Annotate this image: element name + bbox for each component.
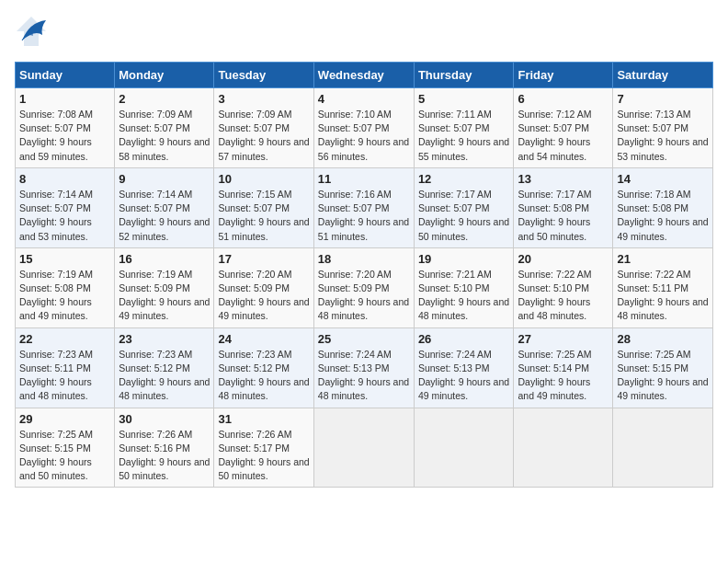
day-detail: Sunrise: 7:16 AM Sunset: 5:07 PM Dayligh… xyxy=(318,188,410,244)
calendar-day-cell: 5 Sunrise: 7:11 AM Sunset: 5:07 PM Dayli… xyxy=(414,88,514,168)
daylight-label: Daylight: 9 hours and 53 minutes. xyxy=(19,216,92,241)
day-detail: Sunrise: 7:21 AM Sunset: 5:10 PM Dayligh… xyxy=(418,268,510,324)
day-number: 28 xyxy=(617,332,709,346)
calendar-week-row: 29 Sunrise: 7:25 AM Sunset: 5:15 PM Dayl… xyxy=(16,408,713,488)
sunrise-label: Sunrise: 7:09 AM xyxy=(218,109,291,120)
page-header xyxy=(15,15,713,52)
daylight-label: Daylight: 9 hours and 50 minutes. xyxy=(119,456,210,481)
sunset-label: Sunset: 5:07 PM xyxy=(518,122,589,133)
day-number: 11 xyxy=(318,172,410,186)
day-detail: Sunrise: 7:24 AM Sunset: 5:13 PM Dayligh… xyxy=(318,348,410,404)
day-detail: Sunrise: 7:13 AM Sunset: 5:07 PM Dayligh… xyxy=(617,108,709,164)
calendar-header-row: SundayMondayTuesdayWednesdayThursdayFrid… xyxy=(16,63,713,88)
calendar-day-cell: 13 Sunrise: 7:17 AM Sunset: 5:08 PM Dayl… xyxy=(514,167,613,247)
logo xyxy=(15,15,51,52)
day-number: 3 xyxy=(218,92,309,106)
daylight-label: Daylight: 9 hours and 50 minutes. xyxy=(518,216,590,241)
sunset-label: Sunset: 5:07 PM xyxy=(218,122,290,133)
sunrise-label: Sunrise: 7:20 AM xyxy=(318,269,392,280)
day-detail: Sunrise: 7:22 AM Sunset: 5:10 PM Dayligh… xyxy=(518,268,609,324)
calendar-day-cell: 18 Sunrise: 7:20 AM Sunset: 5:09 PM Dayl… xyxy=(313,247,414,327)
sunset-label: Sunset: 5:10 PM xyxy=(518,282,589,293)
day-number: 14 xyxy=(617,172,709,186)
sunrise-label: Sunrise: 7:10 AM xyxy=(318,109,392,120)
sunset-label: Sunset: 5:13 PM xyxy=(318,362,390,373)
daylight-label: Daylight: 9 hours and 49 minutes. xyxy=(218,296,309,321)
calendar-table: SundayMondayTuesdayWednesdayThursdayFrid… xyxy=(15,62,713,488)
weekday-header-wednesday: Wednesday xyxy=(313,63,414,88)
daylight-label: Daylight: 9 hours and 54 minutes. xyxy=(518,136,590,161)
day-number: 19 xyxy=(418,252,510,266)
calendar-day-cell: 4 Sunrise: 7:10 AM Sunset: 5:07 PM Dayli… xyxy=(313,88,414,168)
sunrise-label: Sunrise: 7:17 AM xyxy=(518,189,591,200)
day-number: 6 xyxy=(518,92,609,106)
sunset-label: Sunset: 5:16 PM xyxy=(119,442,190,454)
day-detail: Sunrise: 7:10 AM Sunset: 5:07 PM Dayligh… xyxy=(318,108,410,164)
daylight-label: Daylight: 9 hours and 50 minutes. xyxy=(218,456,309,481)
sunset-label: Sunset: 5:12 PM xyxy=(218,362,290,373)
day-number: 16 xyxy=(119,252,210,266)
calendar-day-cell: 26 Sunrise: 7:24 AM Sunset: 5:13 PM Dayl… xyxy=(414,327,514,408)
daylight-label: Daylight: 9 hours and 48 minutes. xyxy=(418,296,509,321)
sunset-label: Sunset: 5:15 PM xyxy=(617,362,688,373)
daylight-label: Daylight: 9 hours and 48 minutes. xyxy=(19,376,92,401)
day-number: 15 xyxy=(19,252,110,266)
day-number: 17 xyxy=(218,252,309,266)
sunset-label: Sunset: 5:09 PM xyxy=(119,282,190,293)
day-number: 2 xyxy=(119,92,210,106)
sunrise-label: Sunrise: 7:20 AM xyxy=(218,269,291,280)
day-number: 25 xyxy=(318,332,410,346)
daylight-label: Daylight: 9 hours and 59 minutes. xyxy=(19,136,92,161)
calendar-day-cell: 2 Sunrise: 7:09 AM Sunset: 5:07 PM Dayli… xyxy=(115,88,214,168)
day-number: 24 xyxy=(218,332,309,346)
sunrise-label: Sunrise: 7:19 AM xyxy=(119,269,192,280)
daylight-label: Daylight: 9 hours and 48 minutes. xyxy=(617,296,708,321)
daylight-label: Daylight: 9 hours and 49 minutes. xyxy=(518,376,590,401)
calendar-day-cell: 20 Sunrise: 7:22 AM Sunset: 5:10 PM Dayl… xyxy=(514,247,613,327)
sunset-label: Sunset: 5:07 PM xyxy=(19,202,91,213)
daylight-label: Daylight: 9 hours and 51 minutes. xyxy=(218,216,309,241)
sunrise-label: Sunrise: 7:25 AM xyxy=(19,429,93,440)
logo-icon xyxy=(15,15,48,52)
sunset-label: Sunset: 5:09 PM xyxy=(318,282,390,293)
daylight-label: Daylight: 9 hours and 49 minutes. xyxy=(119,296,210,321)
calendar-day-cell: 15 Sunrise: 7:19 AM Sunset: 5:08 PM Dayl… xyxy=(16,247,115,327)
day-detail: Sunrise: 7:24 AM Sunset: 5:13 PM Dayligh… xyxy=(418,348,510,404)
day-number: 21 xyxy=(617,252,709,266)
sunset-label: Sunset: 5:11 PM xyxy=(19,362,91,373)
calendar-day-cell: 21 Sunrise: 7:22 AM Sunset: 5:11 PM Dayl… xyxy=(613,247,713,327)
calendar-day-cell: 23 Sunrise: 7:23 AM Sunset: 5:12 PM Dayl… xyxy=(115,327,214,408)
day-detail: Sunrise: 7:09 AM Sunset: 5:07 PM Dayligh… xyxy=(119,108,210,164)
calendar-day-cell: 24 Sunrise: 7:23 AM Sunset: 5:12 PM Dayl… xyxy=(214,327,313,408)
day-number: 23 xyxy=(119,332,210,346)
daylight-label: Daylight: 9 hours and 57 minutes. xyxy=(218,136,309,161)
day-number: 4 xyxy=(318,92,410,106)
weekday-header-tuesday: Tuesday xyxy=(214,63,313,88)
daylight-label: Daylight: 9 hours and 48 minutes. xyxy=(518,296,590,321)
day-detail: Sunrise: 7:25 AM Sunset: 5:15 PM Dayligh… xyxy=(19,428,110,484)
sunset-label: Sunset: 5:13 PM xyxy=(418,362,490,373)
calendar-day-cell: 25 Sunrise: 7:24 AM Sunset: 5:13 PM Dayl… xyxy=(313,327,414,408)
day-detail: Sunrise: 7:12 AM Sunset: 5:07 PM Dayligh… xyxy=(518,108,609,164)
day-detail: Sunrise: 7:26 AM Sunset: 5:17 PM Dayligh… xyxy=(218,428,309,484)
daylight-label: Daylight: 9 hours and 50 minutes. xyxy=(418,216,509,241)
sunrise-label: Sunrise: 7:26 AM xyxy=(119,429,192,440)
calendar-day-cell: 9 Sunrise: 7:14 AM Sunset: 5:07 PM Dayli… xyxy=(115,167,214,247)
calendar-week-row: 22 Sunrise: 7:23 AM Sunset: 5:11 PM Dayl… xyxy=(16,327,713,408)
sunset-label: Sunset: 5:09 PM xyxy=(218,282,290,293)
sunset-label: Sunset: 5:08 PM xyxy=(19,282,91,293)
day-detail: Sunrise: 7:20 AM Sunset: 5:09 PM Dayligh… xyxy=(218,268,309,324)
calendar-day-cell: 31 Sunrise: 7:26 AM Sunset: 5:17 PM Dayl… xyxy=(214,408,313,488)
day-number: 12 xyxy=(418,172,510,186)
daylight-label: Daylight: 9 hours and 48 minutes. xyxy=(218,376,309,401)
sunset-label: Sunset: 5:07 PM xyxy=(119,202,190,213)
sunrise-label: Sunrise: 7:14 AM xyxy=(19,189,93,200)
sunrise-label: Sunrise: 7:24 AM xyxy=(418,349,492,360)
calendar-day-cell: 11 Sunrise: 7:16 AM Sunset: 5:07 PM Dayl… xyxy=(313,167,414,247)
calendar-day-cell: 29 Sunrise: 7:25 AM Sunset: 5:15 PM Dayl… xyxy=(16,408,115,488)
daylight-label: Daylight: 9 hours and 48 minutes. xyxy=(318,376,409,401)
calendar-day-cell: 28 Sunrise: 7:25 AM Sunset: 5:15 PM Dayl… xyxy=(613,327,713,408)
weekday-header-friday: Friday xyxy=(514,63,613,88)
day-number: 31 xyxy=(218,412,309,426)
sunset-label: Sunset: 5:17 PM xyxy=(218,442,290,454)
